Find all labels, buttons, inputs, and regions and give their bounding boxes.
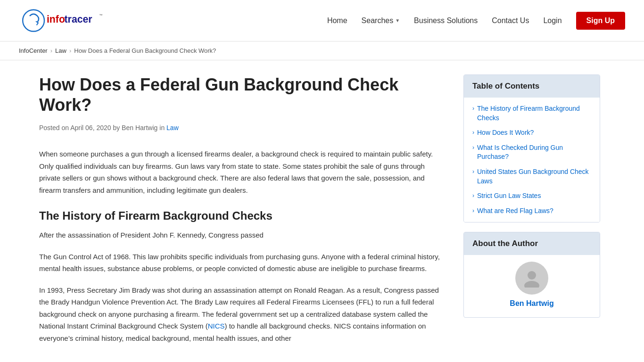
svg-text:tracer: tracer — [65, 14, 92, 25]
toc-item-1: › The History of Firearm Background Chec… — [472, 104, 591, 123]
article: How Does a Federal Gun Background Check … — [39, 74, 445, 354]
author-body: Ben Hartwig — [464, 255, 600, 317]
login-button[interactable]: Login — [543, 16, 561, 25]
toc-item-4: › United States Gun Background Check Law… — [472, 167, 591, 186]
toc-item-6: › What are Red Flag Laws? — [472, 206, 591, 216]
toc-link-3[interactable]: What Is Checked During Gun Purchase? — [477, 143, 591, 162]
toc-chevron-6: › — [472, 207, 474, 214]
nics-link[interactable]: NICS — [208, 322, 225, 330]
avatar — [515, 262, 548, 295]
breadcrumb-law[interactable]: Law — [55, 47, 66, 54]
toc-item-3: › What Is Checked During Gun Purchase? — [472, 143, 591, 162]
toc-item-2: › How Does It Work? — [472, 128, 591, 138]
toc-item-5: › Strict Gun Law States — [472, 191, 591, 201]
breadcrumb-separator-1: › — [50, 47, 52, 54]
nav-business-solutions[interactable]: Business Solutions — [414, 16, 478, 25]
toc-chevron-5: › — [472, 192, 474, 199]
toc-link-4[interactable]: United States Gun Background Check Laws — [477, 167, 591, 186]
site-header: info tracer ™ Home Searches ▼ Business S… — [0, 0, 644, 41]
toc-header: Table of Contents — [464, 75, 600, 98]
breadcrumb: InfoCenter › Law › How Does a Federal Gu… — [0, 41, 644, 60]
section1-p1: After the assassination of President Joh… — [39, 229, 445, 241]
section1-p3: In 1993, Press Secretary Jim Brady was s… — [39, 284, 445, 345]
toc-link-1[interactable]: The History of Firearm Background Checks — [477, 104, 591, 123]
logo-svg: info tracer ™ — [19, 7, 104, 35]
breadcrumb-separator-2: › — [69, 47, 71, 54]
main-layout: How Does a Federal Gun Background Check … — [20, 60, 624, 362]
toc-link-5[interactable]: Strict Gun Law States — [477, 191, 541, 201]
toc-chevron-1: › — [472, 105, 474, 112]
nav-home[interactable]: Home — [327, 16, 347, 25]
signup-button[interactable]: Sign Up — [576, 12, 625, 30]
author-name[interactable]: Ben Hartwig — [472, 299, 591, 308]
article-intro: When someone purchases a gun through a l… — [39, 148, 445, 196]
toc-body: › The History of Firearm Background Chec… — [464, 98, 600, 222]
nav-searches[interactable]: Searches ▼ — [362, 16, 400, 25]
svg-text:™: ™ — [99, 13, 102, 17]
toc-box: Table of Contents › The History of Firea… — [463, 74, 600, 222]
svg-point-4 — [528, 271, 536, 280]
article-title: How Does a Federal Gun Background Check … — [39, 74, 445, 115]
toc-link-2[interactable]: How Does It Work? — [477, 128, 534, 138]
author-header: About the Author — [464, 232, 600, 255]
svg-point-5 — [524, 281, 539, 288]
svg-text:info: info — [47, 14, 65, 25]
nav-contact-us[interactable]: Contact Us — [492, 16, 529, 25]
searches-chevron-icon: ▼ — [395, 18, 400, 23]
sidebar: Table of Contents › The History of Firea… — [463, 74, 600, 354]
logo[interactable]: info tracer ™ — [19, 7, 104, 35]
toc-chevron-3: › — [472, 144, 474, 151]
section1-p2: The Gun Control Act of 1968. This law pr… — [39, 251, 445, 275]
section1-title: The History of Firearm Background Checks — [39, 209, 445, 222]
author-box: About the Author Ben Hartwig — [463, 232, 600, 318]
avatar-icon — [522, 269, 541, 288]
svg-point-0 — [23, 9, 44, 31]
article-meta: Posted on April 06, 2020 by Ben Hartwig … — [39, 123, 445, 134]
breadcrumb-current: How Does a Federal Gun Background Check … — [74, 47, 216, 54]
toc-chevron-4: › — [472, 168, 474, 175]
toc-chevron-2: › — [472, 129, 474, 136]
meta-law-link[interactable]: Law — [166, 124, 179, 132]
toc-link-6[interactable]: What are Red Flag Laws? — [477, 206, 553, 216]
breadcrumb-infocenter[interactable]: InfoCenter — [19, 47, 48, 54]
main-nav: Home Searches ▼ Business Solutions Conta… — [327, 12, 625, 30]
